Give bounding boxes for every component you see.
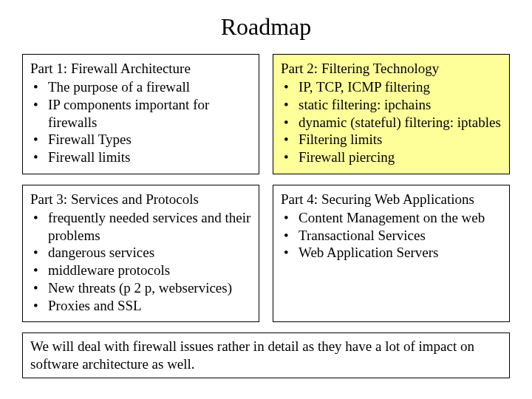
part-4-box: Part 4: Securing Web Applications Conten… xyxy=(273,185,510,323)
list-item: Content Management on the web xyxy=(281,209,502,227)
part-3-items: frequently needed services and their pro… xyxy=(30,209,251,315)
slide: Roadmap Part 1: Firewall Architecture Th… xyxy=(0,0,532,399)
list-item: IP components important for firewalls xyxy=(30,96,251,132)
list-item: frequently needed services and their pro… xyxy=(30,209,251,245)
list-item: The purpose of a firewall xyxy=(30,78,251,96)
list-item: dangerous services xyxy=(30,244,251,262)
list-item: Transactional Services xyxy=(281,227,502,245)
part-2-box: Part 2: Filtering Technology IP, TCP, IC… xyxy=(273,54,510,174)
footnote: We will deal with firewall issues rather… xyxy=(22,332,510,378)
part-2-heading: Part 2: Filtering Technology xyxy=(281,61,502,77)
part-4-heading: Part 4: Securing Web Applications xyxy=(281,191,502,208)
part-4-items: Content Management on the web Transactio… xyxy=(281,209,502,262)
list-item: middleware protocols xyxy=(30,262,251,279)
list-item: Firewall piercing xyxy=(281,149,502,166)
list-item: Proxies and SSL xyxy=(30,297,251,315)
list-item: dynamic (stateful) filtering: iptables xyxy=(281,114,502,132)
page-title: Roadmap xyxy=(22,13,510,41)
list-item: Web Application Servers xyxy=(281,244,502,262)
part-2-items: IP, TCP, ICMP filtering static filtering… xyxy=(281,78,502,166)
part-3-heading: Part 3: Services and Protocols xyxy=(30,191,251,208)
list-item: Firewall limits xyxy=(30,149,251,166)
part-1-items: The purpose of a firewall IP components … xyxy=(30,78,251,166)
list-item: Firewall Types xyxy=(30,131,251,149)
list-item: New threats (p 2 p, webservices) xyxy=(30,279,251,297)
parts-grid: Part 1: Firewall Architecture The purpos… xyxy=(22,54,510,322)
part-3-box: Part 3: Services and Protocols frequentl… xyxy=(22,185,259,323)
part-1-heading: Part 1: Firewall Architecture xyxy=(30,61,251,77)
list-item: IP, TCP, ICMP filtering xyxy=(281,78,502,96)
part-1-box: Part 1: Firewall Architecture The purpos… xyxy=(22,54,259,174)
list-item: static filtering: ipchains xyxy=(281,96,502,114)
list-item: Filtering limits xyxy=(281,131,502,149)
